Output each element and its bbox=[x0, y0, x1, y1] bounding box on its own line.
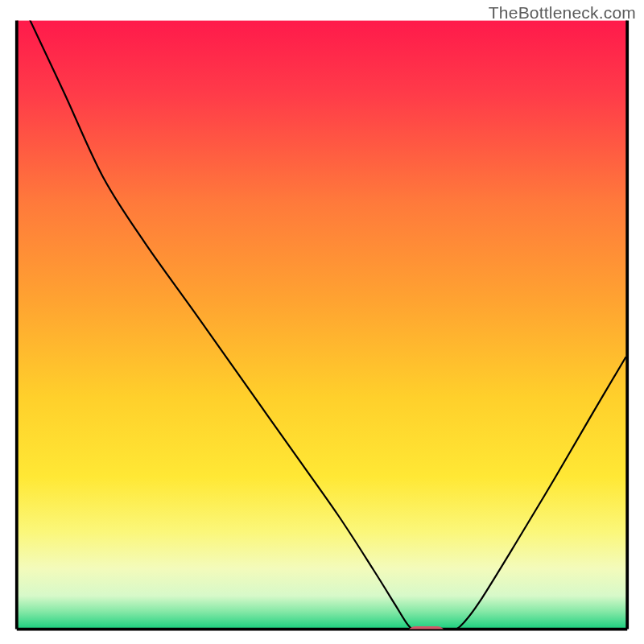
gradient-background bbox=[17, 21, 627, 630]
chart-container: TheBottleneck.com bbox=[0, 0, 644, 644]
optimum-marker bbox=[407, 626, 444, 641]
chart-svg bbox=[0, 0, 644, 644]
watermark-text: TheBottleneck.com bbox=[489, 3, 636, 23]
